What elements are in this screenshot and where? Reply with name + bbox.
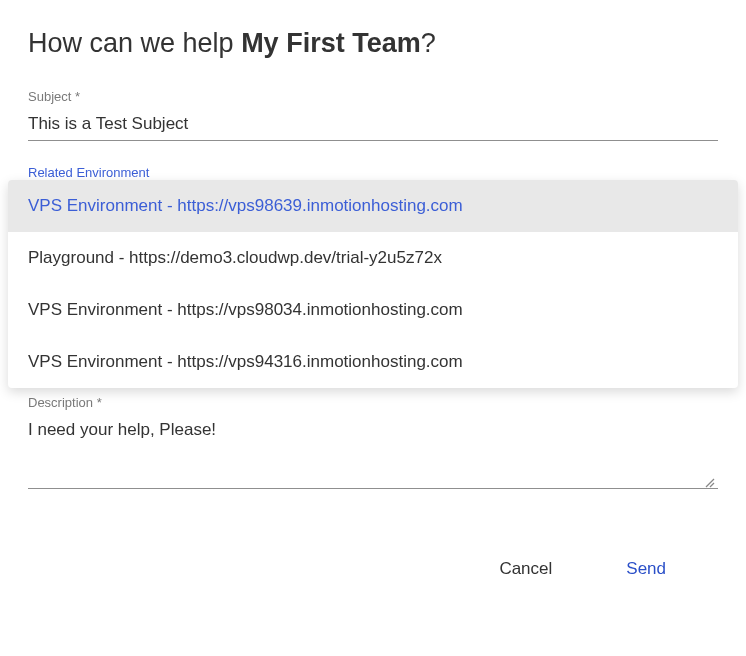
environment-option-2[interactable]: VPS Environment - https://vps98034.inmot… xyxy=(8,284,738,336)
support-dialog: How can we help My First Team? Subject *… xyxy=(0,0,746,605)
description-textarea-wrapper xyxy=(28,414,718,493)
environment-option-0[interactable]: VPS Environment - https://vps98639.inmot… xyxy=(8,180,738,232)
environment-dropdown: VPS Environment - https://vps98639.inmot… xyxy=(8,180,738,388)
dialog-actions: Cancel Send xyxy=(28,523,718,605)
subject-input[interactable] xyxy=(28,108,718,141)
dialog-heading: How can we help My First Team? xyxy=(28,28,718,59)
subject-field-group: Subject * xyxy=(28,89,718,141)
cancel-button[interactable]: Cancel xyxy=(487,553,564,585)
heading-prefix: How can we help xyxy=(28,28,241,58)
environment-option-1[interactable]: Playground - https://demo3.cloudwp.dev/t… xyxy=(8,232,738,284)
environment-label: Related Environment xyxy=(28,165,718,180)
subject-label: Subject * xyxy=(28,89,718,104)
description-label: Description * xyxy=(28,395,718,410)
heading-suffix: ? xyxy=(421,28,436,58)
environment-option-3[interactable]: VPS Environment - https://vps94316.inmot… xyxy=(8,336,738,388)
description-input[interactable] xyxy=(28,414,718,489)
heading-team-name: My First Team xyxy=(241,28,421,58)
environment-field-group: Related Environment VPS Environment - ht… xyxy=(28,165,718,180)
send-button[interactable]: Send xyxy=(614,553,678,585)
description-field-group: Description * xyxy=(28,395,718,493)
